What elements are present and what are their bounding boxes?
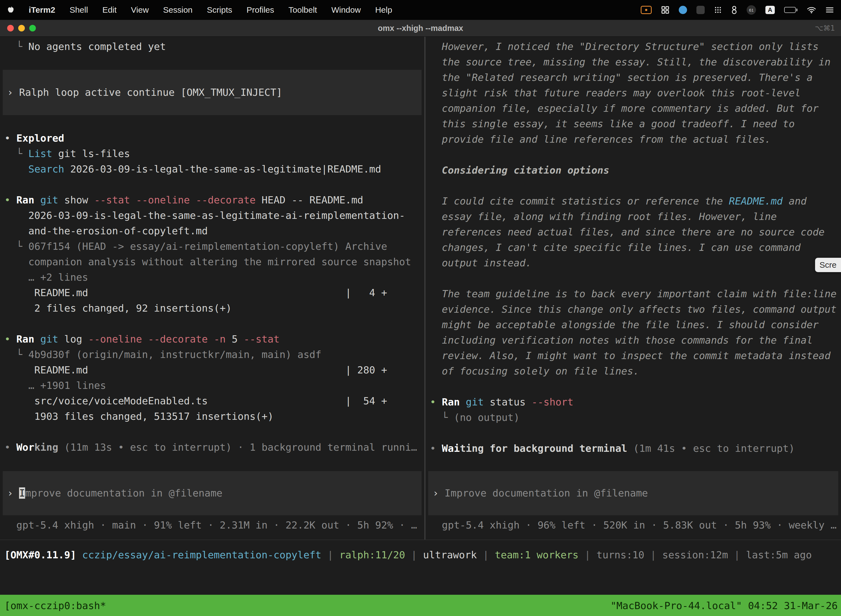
- terminal-line: companion file, especially if more comme…: [425, 101, 841, 116]
- menu-shell[interactable]: Shell: [70, 5, 88, 15]
- menu-scripts[interactable]: Scripts: [207, 5, 232, 15]
- text-segment: evidence. Since this change only affects…: [430, 304, 837, 315]
- omx-status-line: [OMX#0.11.9] cczip/essay/ai-reimplementa…: [0, 547, 841, 563]
- text-segment: session:12m: [662, 549, 728, 560]
- text-segment: No agents completed yet: [28, 41, 166, 52]
- text-segment: gpt-5.4 xhigh · 96% left · 520K in · 5.8…: [430, 519, 837, 531]
- blank-line: [0, 54, 424, 70]
- terminal-line: evidence. Since this change only affects…: [425, 302, 841, 317]
- zoom-button[interactable]: [29, 25, 36, 31]
- list-menu-icon[interactable]: [826, 6, 834, 13]
- close-button[interactable]: [7, 25, 14, 31]
- terminal-line: └ List git ls-files: [0, 146, 424, 161]
- model-status-line: gpt-5.4 xhigh · 96% left · 520K in · 5.8…: [425, 518, 841, 533]
- terminal-line: references need actual files, and since …: [425, 224, 841, 240]
- text-segment: companion file, especially if more comme…: [430, 103, 819, 114]
- prompt-input[interactable]: › Improve documentation in @filename: [428, 471, 838, 515]
- blank-line: [425, 178, 841, 194]
- recording-indicator-icon[interactable]: [641, 6, 652, 14]
- text-segment: git ls-files: [52, 148, 130, 159]
- text-segment: •: [4, 194, 16, 205]
- prompt-input[interactable]: › Improve documentation in @filename: [3, 471, 422, 515]
- terminal-line: slight risk that future readers may over…: [425, 85, 841, 101]
- terminal-line: provide file and line references from th…: [425, 132, 841, 147]
- version-badge-icon[interactable]: 61: [747, 5, 756, 15]
- right-pane[interactable]: However, I noticed the "Directory Struct…: [425, 37, 841, 540]
- menu-view[interactable]: View: [131, 5, 149, 15]
- apple-menu-icon[interactable]: [7, 6, 14, 14]
- terminal-line: The team guideline is to back every impo…: [425, 286, 841, 302]
- text-segment: •: [4, 441, 16, 453]
- battery-icon[interactable]: [784, 7, 797, 13]
- text-segment: Ralph loop active continue [OMX_TMUX_INJ…: [19, 87, 282, 98]
- menu-iterm2[interactable]: iTerm2: [29, 5, 55, 15]
- terminal-line: companion analysis without altering the …: [0, 254, 424, 270]
- text-segment: └: [4, 148, 28, 159]
- wifi-icon[interactable]: [807, 6, 816, 14]
- terminal-line: essay file, along with finding root file…: [425, 209, 841, 224]
- text-segment: The team guideline is to back every impo…: [430, 288, 837, 299]
- text-segment: essay file, along with finding root file…: [430, 211, 777, 222]
- window-title: omx --xhigh --madmax: [0, 20, 841, 37]
- text-segment: └: [430, 412, 454, 423]
- text-segment: README.md | 280 +: [4, 364, 387, 375]
- text-segment: review. Also, I might want to inspect th…: [430, 350, 831, 361]
- text-segment: ›: [7, 487, 19, 499]
- menu-help[interactable]: Help: [375, 5, 393, 15]
- screen: iTerm2ShellEditViewSessionScriptsProfile…: [0, 0, 841, 616]
- menu-profiles[interactable]: Profiles: [246, 5, 274, 15]
- tmux-session-label[interactable]: [omx-cczip0:bash*: [4, 600, 106, 611]
- waiting-status-line: • Waiting for background terminal (1m 41…: [425, 441, 841, 456]
- text-segment: Wor: [16, 441, 34, 453]
- menu-toolbelt[interactable]: Toolbelt: [289, 5, 317, 15]
- text-segment: Wai: [442, 443, 460, 454]
- minimize-button[interactable]: [18, 25, 25, 31]
- text-segment: [OMX#0.11.9]: [4, 549, 76, 560]
- menu-session[interactable]: Session: [163, 5, 193, 15]
- terminal-line: └ 067f154 (HEAD -> essay/ai-reimplementa…: [0, 239, 424, 254]
- text-segment: the source tree, missing the essay. Stil…: [430, 56, 831, 67]
- terminal-line: • Ran git status --short: [425, 395, 841, 410]
- terminal-line: src/voice/voiceModeEnabled.ts | 54 +: [0, 393, 424, 409]
- text-segment: ting for background terminal: [460, 443, 627, 454]
- input-source-icon[interactable]: A: [765, 6, 775, 14]
- dots-grid-icon[interactable]: [714, 6, 722, 14]
- text-segment: gpt-5.4 xhigh · main · 91% left · 2.31M …: [4, 519, 417, 531]
- terminal-line: 1903 files changed, 513517 insertions(+): [0, 409, 424, 424]
- terminal-line: … +2 lines: [0, 270, 424, 285]
- text-segment: turns:10: [596, 549, 644, 560]
- terminal-line: README.md | 4 +: [0, 285, 424, 301]
- text-segment: [34, 194, 40, 205]
- terminal-line: Search 2026-03-09-is-legal-the-same-as-l…: [0, 161, 424, 177]
- text-segment: Explored: [16, 132, 64, 144]
- left-pane[interactable]: └ No agents completed yet› Ralph loop ac…: [0, 37, 424, 540]
- blue-app-icon[interactable]: [679, 6, 687, 14]
- text-segment: references need actual files, and since …: [430, 226, 825, 238]
- blank-line: [425, 147, 841, 163]
- text-segment: show: [58, 194, 94, 205]
- omx-status-bar: [OMX#0.11.9] cczip/essay/ai-reimplementa…: [0, 540, 841, 595]
- text-segment: └: [4, 241, 28, 252]
- menu-edit[interactable]: Edit: [103, 5, 117, 15]
- terminal-line: this single essay, it seems like a good …: [425, 116, 841, 132]
- terminal-line: • Explored: [0, 131, 424, 146]
- text-segment: this single essay, it seems like a good …: [430, 118, 795, 129]
- text-segment: 2026-03-09-is-legal-the-same-as-legitima…: [64, 163, 381, 175]
- text-segment: ›: [433, 487, 444, 499]
- text-segment: and-the-erosion-of-copyleft.md: [4, 225, 208, 236]
- screen-share-tab[interactable]: Scre: [815, 258, 841, 272]
- text-segment: … +2 lines: [4, 271, 88, 283]
- menu-bar-status-icons: 61 A: [641, 5, 834, 15]
- text-segment: git: [40, 194, 58, 205]
- window-tiles-icon[interactable]: [661, 6, 670, 14]
- text-segment: [208, 333, 214, 345]
- dark-app-icon[interactable]: [696, 6, 705, 14]
- text-segment: 067f154 (HEAD -> essay/ai-reimplementati…: [28, 241, 387, 252]
- tmux-host-clock: "MacBook-Pro-44.local" 04:52 31-Mar-26: [610, 600, 838, 611]
- blank-line: [0, 316, 424, 331]
- terminal-output: └ No agents completed yet› Ralph loop ac…: [0, 39, 424, 455]
- menu-window[interactable]: Window: [331, 5, 361, 15]
- text-segment: provide file and line references from th…: [430, 133, 771, 145]
- text-segment: log: [58, 333, 88, 345]
- figure-eight-icon[interactable]: [731, 6, 737, 14]
